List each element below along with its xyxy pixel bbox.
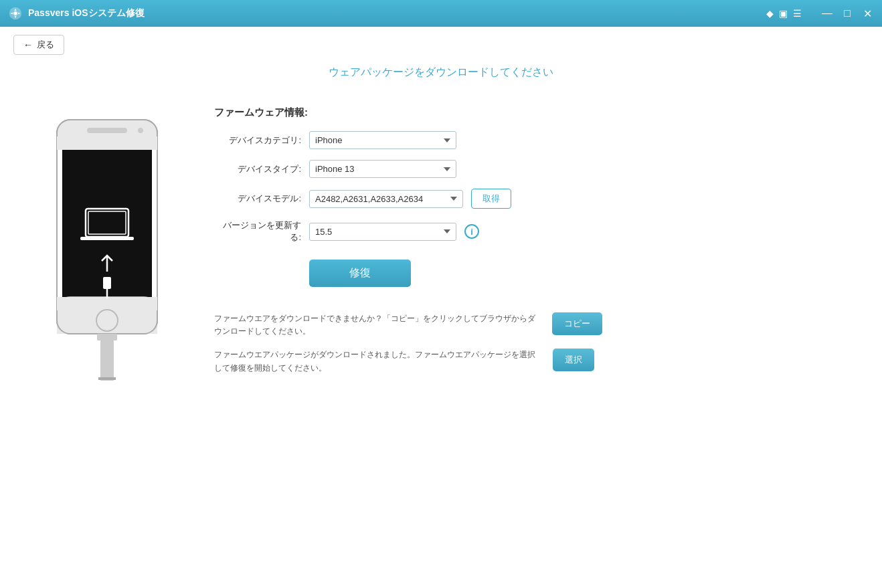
- version-label: バージョンを更新する:: [214, 219, 301, 243]
- repair-button[interactable]: 修復: [309, 260, 411, 287]
- version-select[interactable]: 15.5: [309, 223, 456, 241]
- helper-text-1: ファームウエアをダウンロードできませんか？「コピー」をクリックしてブラウザからダ…: [214, 312, 541, 338]
- page-title: ウェアパッケージをダウンロードしてください: [329, 66, 553, 78]
- nav-bar: ← 戻る: [0, 27, 882, 63]
- title-bar: Passvers iOSシステム修復 ◆ ▣ ☰ — □ ✕: [0, 0, 882, 27]
- svg-rect-7: [62, 150, 152, 297]
- get-button[interactable]: 取得: [471, 189, 511, 209]
- close-button[interactable]: ✕: [861, 7, 874, 20]
- page-header: ウェアパッケージをダウンロードしてください: [0, 63, 882, 93]
- model-select[interactable]: A2482,A2631,A2633,A2634: [309, 190, 463, 208]
- repair-btn-wrapper: 修復: [309, 254, 602, 300]
- menu-tray-icon: ☰: [793, 8, 802, 19]
- phone-illustration: [40, 106, 174, 575]
- category-label: デバイスカテゴリ:: [214, 134, 301, 146]
- svg-point-6: [138, 128, 143, 133]
- helper-text-2: ファームウエアパッケージがダウンロードされました。ファームウエアパッケージを選択…: [214, 349, 542, 374]
- firmware-section-title: ファームウェア情報:: [214, 106, 602, 119]
- type-label: デバイスタイプ:: [214, 163, 301, 175]
- maximize-button[interactable]: □: [841, 7, 854, 19]
- minimize-button[interactable]: —: [820, 7, 834, 19]
- version-info-icon[interactable]: i: [464, 224, 479, 239]
- svg-point-1: [13, 11, 17, 15]
- type-row: デバイスタイプ: iPhone 13: [214, 160, 602, 178]
- model-row: デバイスモデル: A2482,A2631,A2633,A2634 取得: [214, 189, 602, 209]
- title-bar-left: Passvers iOSシステム修復: [8, 6, 145, 21]
- model-label: デバイスモデル:: [214, 193, 301, 205]
- svg-rect-5: [87, 128, 127, 133]
- chat-tray-icon: ▣: [779, 8, 788, 19]
- type-select[interactable]: iPhone 13: [309, 160, 456, 178]
- phone-svg: [43, 113, 171, 394]
- helper-section: ファームウエアをダウンロードできませんか？「コピー」をクリックしてブラウザからダ…: [214, 312, 602, 375]
- back-label: 戻る: [37, 39, 54, 51]
- category-select[interactable]: iPhone: [309, 131, 456, 149]
- category-row: デバイスカテゴリ: iPhone: [214, 131, 602, 149]
- firmware-panel: ファームウェア情報: デバイスカテゴリ: iPhone デバイスタイプ: iPh…: [214, 106, 602, 575]
- app-title: Passvers iOSシステム修復: [28, 7, 145, 19]
- helper-row-1: ファームウエアをダウンロードできませんか？「コピー」をクリックしてブラウザからダ…: [214, 312, 602, 338]
- window-controls: — □ ✕: [820, 7, 874, 20]
- svg-rect-4: [57, 136, 157, 150]
- helper-row-2: ファームウエアパッケージがダウンロードされました。ファームウエアパッケージを選択…: [214, 349, 602, 374]
- main-content: ← 戻る ウェアパッケージをダウンロードしてください: [0, 27, 882, 588]
- version-row: バージョンを更新する: 15.5 i: [214, 219, 602, 243]
- svg-rect-15: [100, 340, 114, 381]
- svg-rect-19: [80, 237, 134, 240]
- svg-rect-21: [103, 277, 111, 289]
- diamond-tray-icon: ◆: [766, 8, 774, 19]
- svg-rect-14: [97, 334, 117, 340]
- content-area: ファームウェア情報: デバイスカテゴリ: iPhone デバイスタイプ: iPh…: [0, 93, 882, 588]
- back-arrow-icon: ←: [23, 39, 33, 50]
- copy-button[interactable]: コピー: [552, 312, 602, 335]
- app-logo-icon: [8, 6, 23, 21]
- back-button[interactable]: ← 戻る: [13, 35, 64, 55]
- svg-rect-12: [57, 297, 157, 310]
- tray-icons: ◆ ▣ ☰: [766, 8, 802, 19]
- info-symbol: i: [470, 227, 473, 237]
- svg-rect-16: [98, 377, 116, 380]
- select-button[interactable]: 選択: [553, 349, 594, 371]
